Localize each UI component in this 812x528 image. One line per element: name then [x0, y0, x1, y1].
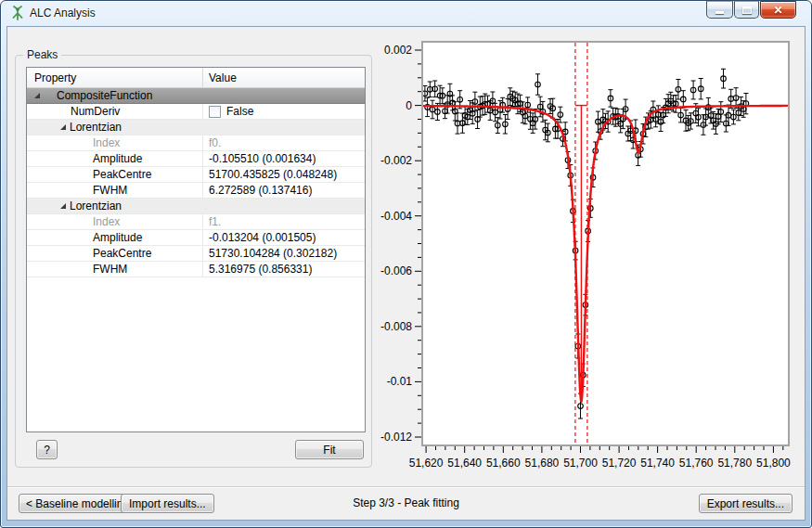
bottom-bar: < Baseline modelling Import results... S… — [7, 493, 805, 515]
bottom-divider — [7, 486, 805, 488]
property-value[interactable]: -0.105510 (0.001634) — [203, 151, 365, 166]
plot-canvas[interactable] — [423, 43, 788, 444]
y-axis-tick-label: -0.01 — [387, 375, 413, 388]
tree-expander-icon[interactable] — [34, 93, 40, 98]
property-name: PeakCentre — [27, 167, 203, 182]
x-axis-tick-label: 51,700 — [563, 457, 598, 470]
close-button[interactable]: ✕ — [760, 1, 796, 19]
property-value[interactable]: f0. — [203, 135, 365, 150]
x-axis-tick-label: 51,640 — [447, 457, 482, 470]
alc-analysis-window: ALC Analysis ✕ Peaks Property Value Comp… — [0, 0, 812, 528]
property-row-index[interactable]: Indexf0. — [27, 135, 365, 151]
property-name: FWHM — [27, 183, 203, 198]
property-value[interactable]: 51730.104284 (0.302182) — [203, 246, 365, 261]
property-row-amplitude[interactable]: Amplitude-0.105510 (0.001634) — [27, 151, 365, 167]
window-controls: ✕ — [705, 1, 796, 19]
property-row-fwhm[interactable]: FWHM5.316975 (0.856331) — [27, 262, 365, 277]
tree-expander-icon[interactable] — [60, 203, 66, 209]
y-axis-tick-label: 0.002 — [384, 44, 412, 57]
numderiv-checkbox[interactable] — [209, 106, 221, 118]
function-group-row-compositefunction[interactable]: CompositeFunction — [27, 88, 365, 104]
property-name: Amplitude — [27, 230, 203, 245]
property-row-index[interactable]: Indexf1. — [27, 214, 365, 230]
y-axis-tick-label: -0.004 — [380, 210, 412, 223]
maximize-button[interactable] — [734, 1, 759, 19]
minimize-icon — [715, 11, 724, 14]
peaks-group-label: Peaks — [23, 48, 61, 61]
close-icon: ✕ — [773, 5, 782, 16]
column-header-property[interactable]: Property — [27, 68, 203, 87]
property-value[interactable]: 6.272589 (0.137416) — [203, 183, 365, 198]
y-axis-tick-label: -0.002 — [380, 154, 412, 167]
tree-expander-icon[interactable] — [60, 124, 66, 130]
property-row-peakcentre[interactable]: PeakCentre51730.104284 (0.302182) — [27, 246, 365, 262]
property-value[interactable]: 51700.435825 (0.048248) — [203, 167, 365, 182]
x-axis-tick-label: 51,680 — [525, 457, 560, 470]
checkbox-label: False — [226, 105, 253, 118]
property-name: PeakCentre — [27, 246, 203, 261]
function-group-row-lorentzian[interactable]: Lorentzian — [27, 199, 365, 214]
y-axis-tick-label: -0.008 — [380, 320, 412, 333]
property-value[interactable]: -0.013204 (0.001505) — [203, 230, 365, 245]
y-axis-tick-label: -0.012 — [380, 431, 412, 444]
x-axis-tick-label: 51,780 — [717, 457, 752, 470]
property-value[interactable]: 5.316975 (0.856331) — [203, 262, 365, 277]
title-bar[interactable]: ALC Analysis ✕ — [1, 1, 811, 26]
fit-button[interactable]: Fit — [295, 440, 364, 459]
x-axis-tick-label: 51,800 — [756, 457, 791, 470]
property-row-peakcentre[interactable]: PeakCentre51700.435825 (0.048248) — [27, 167, 365, 183]
property-name: FWHM — [27, 262, 203, 277]
property-value[interactable]: f1. — [203, 214, 365, 229]
group-label: CompositeFunction — [27, 89, 152, 102]
property-name: Index — [27, 214, 203, 229]
export-results-button[interactable]: Export results... — [699, 494, 793, 513]
peaks-property-table[interactable]: Property Value CompositeFunctionNumDeriv… — [26, 67, 366, 432]
property-row-numderiv[interactable]: NumDerivFalse — [27, 104, 365, 120]
property-row-fwhm[interactable]: FWHM6.272589 (0.137416) — [27, 183, 365, 199]
y-axis-tick-label: -0.006 — [380, 264, 412, 277]
maximize-icon — [742, 6, 752, 14]
property-value[interactable]: False — [203, 104, 365, 119]
property-name: Amplitude — [27, 151, 203, 166]
peak-fit-plot[interactable]: 51,62051,64051,66051,68051,70051,72051,7… — [380, 34, 803, 491]
property-row-amplitude[interactable]: Amplitude-0.013204 (0.001505) — [27, 230, 365, 246]
minimize-button[interactable] — [706, 1, 733, 19]
table-header: Property Value — [27, 68, 365, 88]
group-label: Lorentzian — [27, 121, 122, 134]
x-axis-tick-label: 51,760 — [679, 457, 714, 470]
x-axis-tick-label: 51,620 — [409, 457, 444, 470]
help-button[interactable]: ? — [36, 440, 58, 459]
peaks-groupbox: Peaks Property Value CompositeFunctionNu… — [15, 55, 372, 468]
x-axis-tick-label: 51,740 — [640, 457, 675, 470]
y-axis-tick-label: 0 — [406, 99, 412, 112]
step-label: Step 3/3 - Peak fitting — [7, 496, 805, 509]
window-title: ALC Analysis — [30, 6, 96, 19]
column-header-value[interactable]: Value — [203, 68, 365, 87]
plot-svg: 51,62051,64051,66051,68051,70051,72051,7… — [380, 34, 803, 491]
property-name: NumDeriv — [27, 104, 203, 119]
x-axis-tick-label: 51,660 — [486, 457, 521, 470]
dialog-client-area: Peaks Property Value CompositeFunctionNu… — [6, 26, 806, 521]
x-axis-tick-label: 51,720 — [602, 457, 637, 470]
table-rows: CompositeFunctionNumDerivFalseLorentzian… — [27, 88, 365, 277]
mantid-app-icon — [10, 6, 25, 21]
property-name: Index — [27, 135, 203, 150]
function-group-row-lorentzian[interactable]: Lorentzian — [27, 120, 365, 135]
group-label: Lorentzian — [27, 200, 122, 212]
